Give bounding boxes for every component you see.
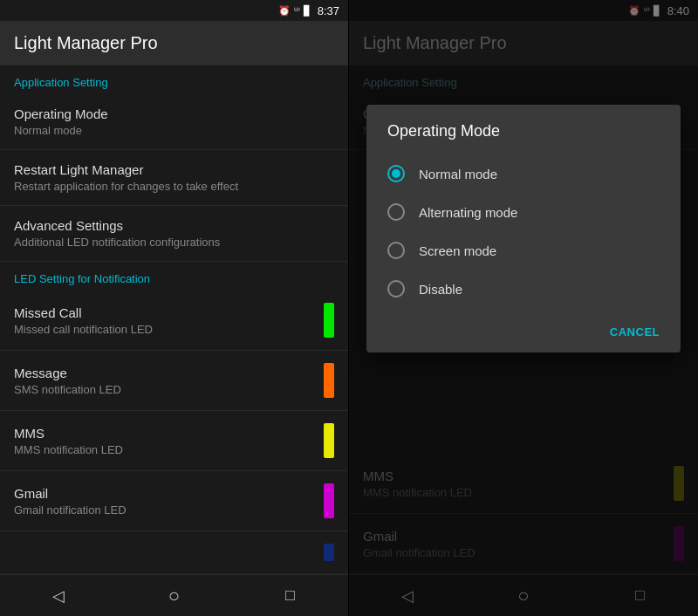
- section-header-led: LED Setting for Notification: [0, 262, 348, 291]
- cancel-button[interactable]: CANCEL: [596, 318, 674, 346]
- recents-button-right[interactable]: □: [627, 584, 652, 608]
- advanced-settings-item[interactable]: Advanced Settings Additional LED notific…: [0, 206, 348, 262]
- app-title-left: Light Manager Pro: [14, 33, 334, 53]
- gmail-led-right: [674, 526, 684, 561]
- status-icons-left: ⏰ ᵁᴵ ▊ 8:37: [278, 4, 339, 17]
- app-header-left: Light Manager Pro: [0, 21, 348, 65]
- left-panel: ⏰ ᵁᴵ ▊ 8:37 Light Manager Pro Applicatio…: [0, 0, 349, 616]
- recents-button-left[interactable]: □: [278, 584, 303, 608]
- radio-normal-mode[interactable]: Normal mode: [366, 154, 681, 193]
- mms-led-right: [674, 466, 684, 501]
- back-button-left[interactable]: ◁: [46, 584, 71, 608]
- status-icons-right: ⏰ ᵁᴵ ▊ 8:40: [628, 4, 689, 17]
- more-item[interactable]: [0, 531, 348, 574]
- signal-icon-right: ᵁᴵ: [644, 6, 650, 16]
- mms-led: [324, 423, 334, 458]
- radio-label-screen: Screen mode: [419, 243, 496, 258]
- dialog-actions: CANCEL: [366, 311, 681, 352]
- home-button-right[interactable]: ○: [511, 584, 536, 608]
- battery-icon: ▊: [304, 5, 311, 17]
- status-bar-right: ⏰ ᵁᴵ ▊ 8:40: [349, 0, 698, 21]
- content-left[interactable]: Application Setting Operating Mode Norma…: [0, 65, 348, 574]
- radio-circle-screen: [387, 242, 405, 259]
- radio-circle-disable: [387, 280, 405, 298]
- message-item[interactable]: Message SMS notification LED: [0, 351, 348, 411]
- battery-icon-right: ▊: [654, 5, 660, 17]
- operating-mode-dialog: Operating Mode Normal mode Alternating m…: [366, 105, 681, 352]
- gmail-item-right: Gmail Gmail notification LED: [349, 514, 698, 574]
- mms-item-right: MMS MMS notification LED: [349, 454, 698, 514]
- radio-label-normal: Normal mode: [419, 167, 497, 181]
- radio-circle-alternating: [387, 203, 405, 221]
- app-title-right: Light Manager Pro: [363, 33, 684, 53]
- time-left: 8:37: [318, 4, 339, 17]
- radio-label-alternating: Alternating mode: [419, 205, 517, 220]
- missed-call-led: [324, 303, 334, 338]
- nav-bar-left: ◁ ○ □: [0, 574, 348, 616]
- app-header-right: Light Manager Pro: [349, 21, 698, 65]
- status-bar-left: ⏰ ᵁᴵ ▊ 8:37: [0, 0, 348, 21]
- section-header-app-setting: Application Setting: [0, 65, 348, 94]
- radio-disable[interactable]: Disable: [366, 270, 681, 308]
- below-dialog-items: MMS MMS notification LED Gmail Gmail not…: [349, 454, 698, 574]
- home-button-left[interactable]: ○: [162, 584, 187, 608]
- dialog-title: Operating Mode: [366, 122, 681, 154]
- signal-icon: ᵁᴵ: [294, 6, 300, 16]
- right-panel: ⏰ ᵁᴵ ▊ 8:40 Light Manager Pro Applicatio…: [349, 0, 698, 616]
- radio-screen-mode[interactable]: Screen mode: [366, 231, 681, 270]
- nav-bar-right: ◁ ○ □: [349, 574, 698, 616]
- section-header-app-setting-right: Application Setting: [349, 65, 698, 94]
- radio-circle-normal: [387, 165, 405, 182]
- alarm-icon-right: ⏰: [628, 5, 640, 17]
- more-led: [324, 544, 334, 561]
- message-led: [324, 363, 334, 398]
- operating-mode-item[interactable]: Operating Mode Normal mode: [0, 94, 348, 150]
- radio-alternating-mode[interactable]: Alternating mode: [366, 193, 681, 231]
- gmail-led: [324, 483, 334, 518]
- restart-item[interactable]: Restart Light Manager Restart applicatio…: [0, 150, 348, 206]
- missed-call-item[interactable]: Missed Call Missed call notification LED: [0, 291, 348, 351]
- back-button-right[interactable]: ◁: [395, 584, 420, 608]
- time-right: 8:40: [667, 4, 689, 17]
- radio-label-disable: Disable: [419, 282, 462, 297]
- mms-item[interactable]: MMS MMS notification LED: [0, 411, 348, 471]
- gmail-item[interactable]: Gmail Gmail notification LED: [0, 471, 348, 531]
- alarm-icon: ⏰: [278, 5, 291, 17]
